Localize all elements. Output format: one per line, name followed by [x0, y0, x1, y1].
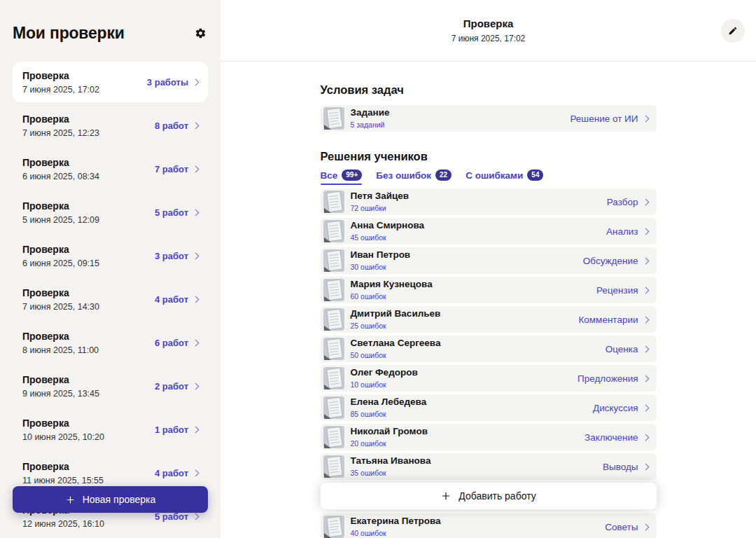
- chevron-right-icon: [192, 253, 200, 260]
- check-date: 7 июня 2025, 12:23: [22, 128, 99, 138]
- add-work-button[interactable]: Добавить работу: [321, 483, 657, 509]
- student-row[interactable]: Анна Смирнова 45 ошибок Анализ: [321, 218, 657, 244]
- page-title: Проверка: [463, 18, 513, 29]
- works-count-label: 8 работ: [155, 120, 188, 131]
- task-row[interactable]: Задание 5 заданий Решение от ИИ: [321, 105, 657, 132]
- works-count-label: 4 работ: [155, 468, 188, 478]
- check-date: 7 июня 2025, 17:02: [22, 85, 99, 95]
- check-date: 6 июня 2025, 08:34: [22, 172, 99, 181]
- student-name: Николай Громов: [351, 427, 585, 437]
- chevron-right-icon: [642, 317, 649, 324]
- works-count-label: 3 работы: [147, 77, 188, 88]
- check-list-item[interactable]: Проверка 6 июня 2025, 09:15 3 работ: [13, 235, 208, 276]
- student-action-link[interactable]: Анализ: [606, 226, 648, 237]
- student-error-count: 35 ошибок: [351, 469, 603, 477]
- student-action-link[interactable]: Заключение: [584, 432, 648, 443]
- student-row[interactable]: Николай Громов 20 ошибок Заключение: [321, 424, 657, 450]
- paper-photo-thumbnail: [323, 516, 344, 538]
- check-works-link[interactable]: 7 работ: [155, 164, 198, 174]
- student-name: Дмитрий Васильев: [351, 309, 579, 319]
- student-row[interactable]: Мария Кузнецова 60 ошибок Рецензия: [321, 277, 657, 303]
- check-list-item[interactable]: Проверка 10 июня 2025, 10:20 1 работ: [13, 409, 208, 450]
- student-error-count: 60 ошибок: [351, 292, 596, 301]
- student-info: Светлана Сергеева 50 ошибок: [351, 338, 606, 359]
- student-info: Екатерина Петрова 40 ошибок: [351, 516, 606, 537]
- student-error-count: 30 ошибок: [351, 263, 583, 271]
- student-row[interactable]: Елена Лебедева 85 ошибок Дискуссия: [321, 394, 657, 421]
- chevron-right-icon: [192, 209, 200, 216]
- chevron-right-icon: [642, 228, 649, 235]
- check-works-link[interactable]: 5 работ: [155, 207, 198, 218]
- content-column: Условия задач Задание 5 заданий Решение …: [321, 83, 657, 538]
- check-list-item[interactable]: Проверка 6 июня 2025, 08:34 7 работ: [13, 149, 208, 189]
- student-row[interactable]: Светлана Сергеева 50 ошибок Оценка: [321, 336, 657, 362]
- chevron-right-icon: [192, 79, 200, 86]
- chevron-right-icon: [642, 464, 649, 471]
- student-action-link[interactable]: Рецензия: [596, 285, 648, 296]
- check-item-text: Проверка 7 июня 2025, 14:30: [22, 287, 99, 312]
- students-list: Петя Зайцев 72 ошибки Разбор Анна Смирно…: [321, 188, 657, 538]
- check-works-link[interactable]: 1 работ: [155, 425, 198, 435]
- chevron-right-icon: [192, 296, 200, 303]
- filter-tab[interactable]: Без ошибок 22: [376, 170, 451, 185]
- paper-photo-thumbnail: [323, 191, 344, 213]
- settings-button[interactable]: [193, 26, 208, 41]
- student-row[interactable]: Екатерина Петрова 40 ошибок Советы: [321, 513, 657, 538]
- solutions-section-heading: Решения учеников: [321, 150, 657, 163]
- student-action-link[interactable]: Комментарии: [578, 315, 648, 325]
- check-list-item[interactable]: Проверка 7 июня 2025, 12:23 8 работ: [13, 105, 208, 146]
- check-works-link[interactable]: 3 работ: [155, 251, 198, 261]
- check-item-text: Проверка 8 июня 2025, 11:00: [22, 331, 99, 355]
- student-row[interactable]: Татьяна Иванова 35 ошибок Выводы: [321, 453, 657, 480]
- check-list-item[interactable]: Проверка 7 июня 2025, 14:30 4 работ: [13, 279, 208, 319]
- student-action-link[interactable]: Дискуссия: [593, 403, 648, 413]
- check-date: 8 июня 2025, 11:00: [22, 345, 99, 355]
- check-works-link[interactable]: 4 работ: [155, 468, 198, 478]
- student-row[interactable]: Петя Зайцев 72 ошибки Разбор: [321, 188, 657, 215]
- student-action-link[interactable]: Предложения: [578, 373, 648, 384]
- check-works-link[interactable]: 8 работ: [155, 120, 198, 131]
- check-list-item[interactable]: Проверка 5 июня 2025, 12:09 5 работ: [13, 192, 208, 233]
- check-works-link[interactable]: 6 работ: [155, 338, 198, 348]
- chevron-right-icon: [192, 383, 200, 390]
- student-action-link[interactable]: Оценка: [606, 344, 648, 354]
- student-error-count: 10 ошибок: [351, 380, 578, 389]
- student-action-link[interactable]: Разбор: [607, 197, 648, 207]
- student-row[interactable]: Иван Петров 30 ошибок Обсуждение: [321, 247, 657, 274]
- student-name: Елена Лебедева: [351, 397, 594, 408]
- student-action-link[interactable]: Советы: [605, 522, 648, 532]
- check-title: Проверка: [22, 418, 104, 429]
- tab-label: Все: [321, 170, 338, 181]
- filter-tab[interactable]: С ошибками 54: [465, 170, 543, 185]
- check-works-link[interactable]: 2 работ: [155, 381, 198, 392]
- check-item-text: Проверка 6 июня 2025, 09:15: [22, 244, 99, 268]
- chevron-right-icon: [192, 166, 200, 173]
- filter-tab[interactable]: Все 99+: [321, 170, 363, 185]
- paper-photo-thumbnail: [323, 396, 344, 419]
- check-works-link[interactable]: 3 работы: [147, 77, 198, 88]
- new-check-button[interactable]: Новая проверка: [13, 486, 208, 513]
- paper-photo-thumbnail: [323, 367, 344, 389]
- check-list-item[interactable]: Проверка 8 июня 2025, 11:00 6 работ: [13, 322, 208, 363]
- check-list-item[interactable]: Проверка 7 июня 2025, 17:02 3 работы: [13, 62, 208, 102]
- paper-photo-thumbnail: [323, 279, 344, 301]
- student-name: Анна Смирнова: [351, 221, 606, 231]
- student-action-link[interactable]: Выводы: [603, 462, 648, 472]
- works-count-label: 1 работ: [155, 425, 188, 435]
- check-list-item[interactable]: Проверка 9 июня 2025, 13:45 2 работ: [13, 366, 208, 406]
- chevron-right-icon: [642, 434, 649, 441]
- student-action-label: Предложения: [578, 373, 638, 384]
- student-action-label: Советы: [605, 522, 638, 532]
- check-works-link[interactable]: 4 работ: [155, 294, 198, 305]
- edit-check-button[interactable]: [721, 19, 745, 43]
- student-action-label: Комментарии: [578, 315, 638, 325]
- paper-photo-thumbnail: [323, 455, 344, 478]
- check-title: Проверка: [22, 374, 99, 385]
- student-row[interactable]: Олег Федоров 10 ошибок Предложения: [321, 365, 657, 392]
- student-name: Иван Петров: [351, 250, 583, 261]
- check-item-text: Проверка 6 июня 2025, 08:34: [22, 157, 99, 181]
- student-row[interactable]: Дмитрий Васильев 25 ошибок Комментарии: [321, 306, 657, 333]
- ai-solution-link[interactable]: Решение от ИИ: [570, 113, 648, 124]
- student-action-link[interactable]: Обсуждение: [583, 256, 648, 266]
- check-title: Проверка: [22, 287, 99, 298]
